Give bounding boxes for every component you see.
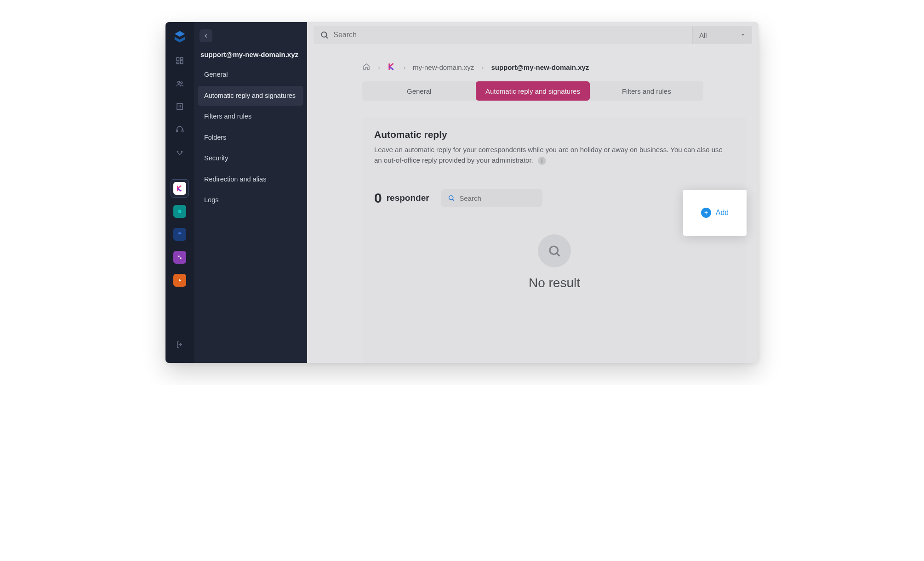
responder-count: 0 xyxy=(374,190,382,206)
autoreply-panel: Automatic reply Leave an automatic reply… xyxy=(362,117,747,363)
svg-point-11 xyxy=(321,32,326,37)
svg-point-5 xyxy=(181,82,183,84)
tab-general[interactable]: General xyxy=(362,81,476,101)
search-icon xyxy=(548,244,561,258)
icon-rail xyxy=(165,22,194,363)
responder-search[interactable] xyxy=(441,189,542,207)
tab-filters[interactable]: Filters and rules xyxy=(590,81,703,101)
breadcrumb-domain[interactable]: my-new-domain.xyz xyxy=(413,63,474,71)
svg-rect-3 xyxy=(177,62,179,64)
breadcrumb-separator: › xyxy=(378,63,380,71)
search-icon xyxy=(448,194,455,202)
add-label: Add xyxy=(716,209,729,217)
rail-item-org[interactable] xyxy=(171,97,189,116)
breadcrumb-current: support@my-new-domain.xyz xyxy=(491,63,589,71)
rail-app-teal[interactable] xyxy=(171,202,189,221)
svg-marker-10 xyxy=(179,279,181,282)
search-filter-dropdown[interactable]: All xyxy=(692,26,752,44)
sidebar-item-folders[interactable]: Folders xyxy=(198,128,303,148)
svg-point-4 xyxy=(178,81,180,84)
plus-icon xyxy=(701,208,711,218)
svg-rect-0 xyxy=(177,57,179,61)
sidebar: support@my-new-domain.xyz General Automa… xyxy=(194,22,307,363)
empty-icon xyxy=(538,234,571,267)
breadcrumb-home[interactable] xyxy=(362,62,371,72)
tab-autoreply[interactable]: Automatic reply and signatures xyxy=(476,81,589,101)
rail-app-blue[interactable] xyxy=(171,225,189,244)
empty-state: No result xyxy=(374,234,735,290)
search-filter-label: All xyxy=(699,31,707,39)
svg-rect-2 xyxy=(181,61,183,64)
sidebar-item-general[interactable]: General xyxy=(198,65,303,85)
rail-logout[interactable] xyxy=(171,335,189,354)
rail-item-partners[interactable] xyxy=(171,143,189,162)
rail-app-ksuite[interactable] xyxy=(171,179,189,198)
back-button[interactable] xyxy=(200,29,212,42)
topbar: All xyxy=(307,22,759,48)
rail-app-orange[interactable] xyxy=(171,271,189,289)
panel-title: Automatic reply xyxy=(374,129,735,140)
sidebar-item-logs[interactable]: Logs xyxy=(198,190,303,210)
rail-item-support[interactable] xyxy=(171,120,189,139)
account-label: support@my-new-domain.xyz xyxy=(198,50,303,65)
home-icon xyxy=(362,62,371,71)
info-icon[interactable]: i xyxy=(538,157,546,165)
add-responder-button[interactable]: Add xyxy=(683,190,747,236)
svg-point-9 xyxy=(178,210,182,213)
svg-rect-1 xyxy=(181,57,183,59)
main-content: All › › my-new-domain.xyz › support@my-n… xyxy=(307,22,759,363)
sidebar-item-security[interactable]: Security xyxy=(198,148,303,169)
tabs: General Automatic reply and signatures F… xyxy=(362,81,703,101)
svg-rect-8 xyxy=(182,130,183,132)
svg-point-12 xyxy=(449,196,453,200)
breadcrumb-separator: › xyxy=(481,63,484,71)
rail-app-purple[interactable] xyxy=(171,248,189,266)
svg-rect-7 xyxy=(177,130,178,132)
sidebar-item-redirection[interactable]: Redirection and alias xyxy=(198,170,303,190)
panel-description: Leave an automatic reply for your corres… xyxy=(374,145,724,165)
empty-message: No result xyxy=(529,276,580,290)
sidebar-item-autoreply[interactable]: Automatic reply and signatures xyxy=(198,86,303,106)
search-icon xyxy=(320,30,329,40)
sidebar-item-filters[interactable]: Filters and rules xyxy=(198,107,303,127)
breadcrumb: › › my-new-domain.xyz › support@my-new-d… xyxy=(307,48,759,81)
responder-search-input[interactable] xyxy=(459,194,536,202)
responder-summary: 0 responder xyxy=(374,189,735,207)
chevron-down-icon xyxy=(740,32,746,38)
svg-rect-6 xyxy=(177,103,183,110)
svg-point-13 xyxy=(550,246,558,255)
global-search[interactable]: All xyxy=(314,26,752,44)
responder-count-label: responder xyxy=(387,193,429,203)
app-window: support@my-new-domain.xyz General Automa… xyxy=(165,22,759,363)
breadcrumb-separator: › xyxy=(403,63,405,71)
breadcrumb-app-icon[interactable] xyxy=(388,62,396,72)
global-search-input[interactable] xyxy=(333,31,686,39)
rail-item-users[interactable] xyxy=(171,74,189,93)
rail-item-dashboard[interactable] xyxy=(171,51,189,70)
product-logo[interactable] xyxy=(171,28,188,45)
